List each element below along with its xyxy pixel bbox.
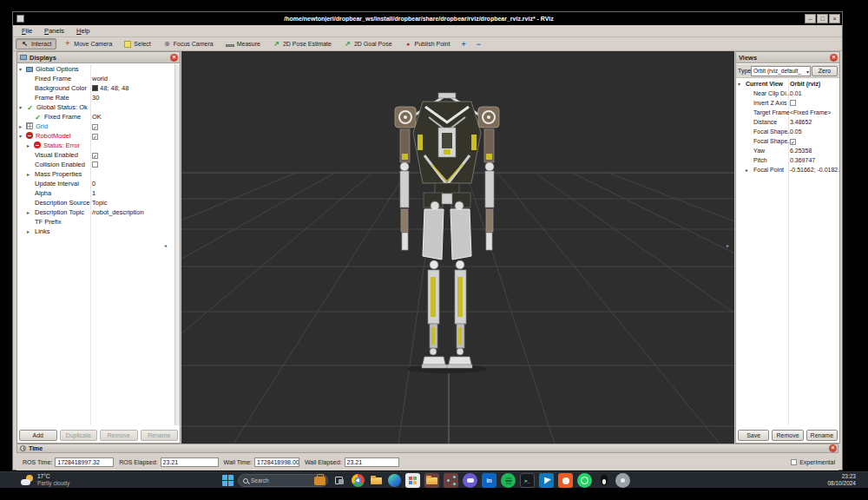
tree-row[interactable]: ▸Description Topic/robot_description — [17, 207, 174, 217]
checkbox[interactable] — [790, 100, 796, 106]
postman-icon[interactable] — [558, 473, 573, 488]
viewport-scene[interactable] — [181, 51, 734, 444]
tree-row[interactable]: Frame Rate30 — [17, 93, 174, 102]
close-icon[interactable] — [170, 54, 178, 62]
tree-row[interactable]: Fixed Frameworld — [17, 74, 174, 83]
maximize-button[interactable]: □ — [817, 14, 828, 23]
checkbox[interactable]: ✓ — [790, 139, 796, 145]
tree-row[interactable]: Near Clip Di...0.01 — [736, 89, 839, 98]
folder-active-icon[interactable] — [424, 473, 439, 488]
tree-value[interactable]: /robot_description — [92, 207, 144, 217]
tree-value[interactable]: 48; 48; 48 — [92, 83, 128, 93]
vscode-icon[interactable] — [539, 473, 554, 488]
tree-row[interactable]: ▸Focal Point-0.51662; -0.0182... — [736, 165, 839, 174]
tree-row[interactable]: Visual Enabled✓ — [17, 150, 174, 160]
tool-2d-pose-estimate[interactable]: 2D Pose Estimate — [267, 38, 337, 49]
expander-icon[interactable]: ▸ — [27, 227, 34, 237]
tool-interact[interactable]: Interact — [16, 38, 56, 49]
menu-item-panels[interactable]: Panels — [38, 26, 70, 36]
tool-focus-camera[interactable]: Focus Camera — [158, 38, 219, 49]
checkbox[interactable]: ✓ — [92, 153, 98, 159]
tree-row[interactable]: Target Frame<Fixed Frame> — [736, 108, 839, 117]
tree-value[interactable]: Orbit (rviz) — [790, 79, 820, 89]
tree-row[interactable]: Alpha1 — [17, 188, 174, 198]
time-field-value[interactable]: 1728418997.32 — [55, 457, 114, 467]
splitter-collapse-left-icon[interactable]: ◂ — [164, 243, 167, 248]
terminal-icon[interactable] — [520, 473, 535, 488]
title-bar[interactable]: /home/newtonjeri/dropbear_ws/install/dro… — [13, 12, 842, 25]
tree-row[interactable]: Collision Enabled — [17, 160, 174, 169]
tree-row[interactable]: Invert Z Axis — [736, 98, 839, 108]
robot-model[interactable] — [395, 93, 499, 373]
time-panel-header[interactable]: Time — [16, 444, 838, 453]
linkedin-icon[interactable] — [482, 473, 496, 488]
time-field-value[interactable]: 23.21 — [345, 457, 399, 467]
whatsapp-icon[interactable] — [577, 473, 592, 488]
tree-value-checkbox[interactable]: ✓ — [790, 136, 796, 146]
add-tool-icon[interactable]: + — [457, 38, 470, 49]
rename-button[interactable]: Rename — [806, 430, 838, 441]
menu-item-file[interactable]: File — [16, 26, 38, 36]
tree-value-checkbox[interactable] — [92, 160, 98, 169]
close-icon[interactable] — [829, 444, 837, 452]
taskbar-clock[interactable]: 23:23 08/10/2024 — [827, 473, 856, 487]
taskbar-weather-widget[interactable]: 17°C Partly cloudy — [21, 473, 69, 487]
tree-value[interactable]: OK — [92, 112, 102, 122]
tree-row[interactable]: Focal Shape...0.05 — [736, 127, 839, 136]
spotify-icon[interactable] — [501, 473, 516, 488]
store-icon[interactable] — [405, 473, 420, 488]
tree-row[interactable]: ▾Current ViewOrbit (rviz) — [736, 79, 839, 89]
zero-button[interactable]: Zero — [812, 66, 838, 76]
checkbox[interactable] — [92, 161, 98, 168]
tree-row[interactable]: ▸Status: Error — [17, 141, 174, 150]
tree-value-checkbox[interactable]: ✓ — [92, 122, 98, 131]
displays-panel-header[interactable]: Displays — [17, 52, 180, 63]
tree-row[interactable]: ▸Mass Properties — [17, 169, 174, 179]
checkbox[interactable]: ✓ — [92, 134, 98, 140]
tree-row[interactable]: Update Interval0 — [17, 179, 174, 188]
tree-row[interactable]: Fixed FrameOK — [17, 112, 174, 122]
tree-value[interactable]: 0 — [92, 179, 95, 188]
save-button[interactable]: Save — [738, 430, 769, 441]
experimental-checkbox[interactable] — [791, 459, 797, 465]
tree-value[interactable]: Topic — [92, 198, 108, 207]
taskbar-search[interactable]: Search — [238, 474, 328, 487]
tool-move-camera[interactable]: Move Camera — [58, 38, 117, 49]
tree-row[interactable]: Description SourceTopic — [17, 198, 174, 207]
remove-button[interactable]: Remove — [772, 430, 803, 441]
task-view-icon[interactable] — [332, 473, 347, 488]
time-field-value[interactable]: 1728418998.00 — [254, 457, 299, 467]
tool-publish-point[interactable]: Publish Point — [399, 38, 456, 49]
tree-row[interactable]: Background Color48; 48; 48 — [17, 83, 174, 93]
tree-row[interactable]: Yaw6.25358 — [736, 146, 839, 155]
tree-row[interactable]: ▾RobotModel✓ — [17, 131, 174, 141]
chrome-icon[interactable] — [352, 474, 365, 487]
tree-row[interactable]: ▾Global Options — [17, 64, 174, 74]
tool-2d-goal-pose[interactable]: 2D Goal Pose — [339, 38, 398, 49]
tree-value[interactable]: 0.05 — [790, 127, 802, 136]
close-button[interactable]: × — [829, 14, 840, 23]
tree-row[interactable]: Pitch0.369747 — [736, 155, 839, 165]
displays-scrollbar[interactable] — [174, 64, 180, 425]
tool-select[interactable]: Select — [119, 38, 155, 49]
expander-icon[interactable]: ▸ — [746, 166, 753, 175]
tree-value[interactable]: 1 — [92, 188, 95, 198]
tree-value[interactable]: 0.01 — [790, 89, 802, 98]
windows-start-button[interactable] — [222, 475, 233, 486]
tree-value[interactable]: 0.369747 — [790, 155, 815, 165]
tree-value[interactable]: 3.48652 — [790, 117, 812, 127]
tree-row[interactable]: Distance3.48652 — [736, 117, 839, 127]
tree-row[interactable]: ▸Links — [17, 227, 174, 236]
tree-row[interactable]: ▾Global Status: Ok — [17, 102, 174, 112]
add-button[interactable]: Add — [19, 430, 57, 441]
gimp-icon[interactable] — [615, 473, 630, 488]
experimental-toggle[interactable]: Experimental — [791, 459, 835, 465]
menu-item-help[interactable]: Help — [70, 26, 95, 36]
close-icon[interactable] — [830, 54, 838, 62]
time-field-value[interactable]: 23.21 — [161, 457, 219, 467]
tree-value[interactable]: 30 — [92, 93, 99, 102]
3d-viewport[interactable] — [181, 51, 734, 444]
discord-icon[interactable] — [463, 473, 477, 488]
tree-row[interactable]: TF Prefix — [17, 217, 174, 227]
share-active-icon[interactable] — [444, 473, 458, 488]
